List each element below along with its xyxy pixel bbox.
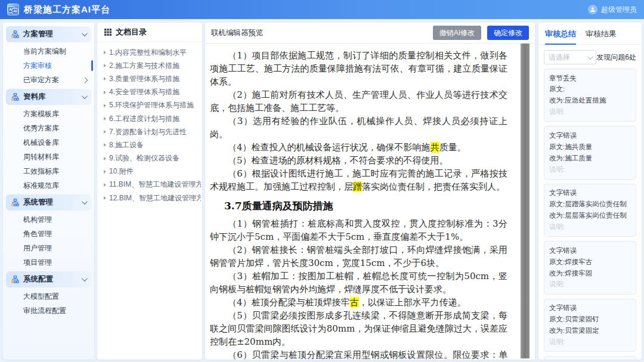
sidebar-group-header[interactable]: 系统配置 <box>6 271 91 287</box>
sitemap-icon <box>11 199 19 206</box>
outline-item-label: 11.BIM、智慧工地建设管理方案 <box>109 180 201 190</box>
outline-item-label: 6.工程进度计划与措施 <box>109 114 179 124</box>
issue-type-select[interactable]: 请选择 <box>544 50 596 64</box>
outline-item[interactable]: 3.质量管理体系与措施 <box>104 72 201 85</box>
issue-card[interactable]: 章节丢失原文:改为:应急处置措施说明: <box>544 69 636 122</box>
issue-type: 文字错误 <box>549 245 631 256</box>
sidebar-item[interactable]: 大模型配置 <box>3 289 94 304</box>
outline-title: 文档目录 <box>116 27 147 38</box>
outline-item[interactable]: 8.施工设备 <box>104 138 201 151</box>
outline-item[interactable]: 10.附件 <box>104 165 201 178</box>
sidebar-item-label: 角色管理 <box>23 229 52 239</box>
outline-item-label: 4.安全管理体系与措施 <box>109 87 179 97</box>
outline-item[interactable]: 4.安全管理体系与措施 <box>104 86 201 99</box>
sidebar-item-label: 标准规范库 <box>23 181 59 191</box>
sidebar-group-header[interactable]: 方案管理 <box>6 26 91 42</box>
outline-item-label: 2.施工方案与技术措施 <box>109 61 179 71</box>
review-tabs: 审核总结 审核结果 <box>538 27 642 45</box>
chevron-right-icon <box>82 77 88 83</box>
confirm-changes-button[interactable]: 确定修改 <box>487 26 529 40</box>
sidebar-group-label: 系统管理 <box>23 197 78 208</box>
issue-type: 章节丢失 <box>549 73 631 84</box>
document-scrollbar[interactable] <box>521 44 530 358</box>
issue-revised: 改为:层层落实岗位责任制 <box>549 211 631 222</box>
chevron-down-icon <box>82 199 88 205</box>
issue-card[interactable]: 文字错误原文:上级单味改为:上级单位说明: <box>544 356 636 360</box>
triangle-right-icon <box>104 170 106 174</box>
sidebar-item-label: 项目管理 <box>23 258 52 268</box>
sidebar-item[interactable]: 角色管理 <box>3 227 94 241</box>
sidebar-group-header[interactable]: 资料库 <box>6 89 91 105</box>
triangle-right-icon <box>104 143 106 147</box>
outline-list: 1.内容完整性和编制水平2.施工方案与技术措施3.质量管理体系与措施4.安全管理… <box>97 42 202 205</box>
review-filter-row: 请选择 发现问题6处 <box>544 50 636 64</box>
document-paragraph: （4）检查投入的机械设备运行状况，确保不影响施共质量。 <box>210 141 507 154</box>
sidebar-item[interactable]: 用户管理 <box>3 241 94 255</box>
outline-item[interactable]: 7.资源配备计划与先进性 <box>104 125 201 138</box>
user-menu[interactable]: 超级管理员 <box>588 5 637 15</box>
sidebar-item-label: 方案审核 <box>23 61 52 71</box>
sidebar-group-header[interactable]: 系统管理 <box>6 194 91 211</box>
logo-ai-label: AI <box>12 8 18 14</box>
sidebar-item[interactable]: 标准规范库 <box>3 178 94 193</box>
outline-item-label: 12.BIM、智慧工地建设管理方案 <box>109 193 201 203</box>
editor-panel: 联机编辑器预览 撤销AI修改 确定修改 （1）项目部依据施工规范，制订了详细的质… <box>205 23 535 360</box>
sidebar-item[interactable]: 机构管理 <box>3 212 94 227</box>
document-paragraph: （2）钢管桩接长：钢管桩端头全部打坡口，环向焊缝焊接饱满，采用钢管管片加焊，管片… <box>210 243 507 270</box>
sidebar-item-label: 方案模板库 <box>23 109 59 119</box>
issue-type: 文字错误 <box>549 303 631 314</box>
sidebar-item[interactable]: 方案模板库 <box>3 107 94 121</box>
triangle-right-icon <box>104 130 106 134</box>
sidebar-item[interactable]: 项目管理 <box>3 255 94 270</box>
undo-ai-changes-button[interactable]: 撤销AI修改 <box>433 26 481 40</box>
issue-revised: 改为:施工质量 <box>549 153 631 164</box>
document-paragraph: （5）贝雷梁必须按图形成多孔连续梁，不得随意断开形成简支梁，每联之间贝雷梁间隙图… <box>210 309 507 348</box>
outline-item[interactable]: 6.工程进度计划与措施 <box>104 112 201 125</box>
issue-card[interactable]: 文字错误原文:贝雷梁固钉改为:贝雷梁固定说明: <box>544 299 636 352</box>
sitemap-icon <box>11 93 19 101</box>
issue-type: 文字错误 <box>549 188 631 199</box>
outline-header: 文档目录 <box>97 23 202 42</box>
outline-item[interactable]: 9.试验、检测仪器设备 <box>104 152 201 165</box>
chevron-down-icon <box>82 276 88 281</box>
issue-revised: 改为:焊接牢固 <box>549 268 631 279</box>
outline-item[interactable]: 12.BIM、智慧工地建设管理方案 <box>104 191 201 205</box>
sidebar-item[interactable]: 周转材料库 <box>3 150 94 164</box>
sidebar-item[interactable]: 机械设备库 <box>3 135 94 150</box>
sidebar-item-label: 当前方案编制 <box>23 47 66 57</box>
tab-review-result[interactable]: 审核结果 <box>586 29 617 44</box>
tab-review-summary[interactable]: 审核总结 <box>545 29 576 45</box>
triangle-right-icon <box>104 51 106 54</box>
outline-item[interactable]: 2.施工方案与技术措施 <box>104 59 201 72</box>
triangle-right-icon <box>104 183 106 187</box>
app-title: 桥梁施工方案AI平台 <box>24 4 110 16</box>
issue-card[interactable]: 文字错误原文:施共质量改为:施工质量说明: <box>544 126 636 179</box>
sidebar-item-label: 机械设备库 <box>23 138 59 148</box>
editor-title: 联机编辑器预览 <box>211 28 264 38</box>
sidebar-item[interactable]: 优秀方案库 <box>3 121 94 135</box>
chevron-down-icon <box>82 93 88 99</box>
issue-note: 说明: <box>549 279 631 290</box>
sidebar-item[interactable]: 审批流程配置 <box>3 304 94 318</box>
outline-item[interactable]: 1.内容完整性和编制水平 <box>104 46 201 59</box>
sidebar-item[interactable]: 方案审核 <box>3 58 94 73</box>
triangle-right-icon <box>104 91 106 94</box>
triangle-right-icon <box>104 196 106 200</box>
sidebar-item[interactable]: 已审定方案 <box>3 73 94 87</box>
sidebar-item-label: 用户管理 <box>23 243 52 253</box>
sidebar-item-label: 大模型配置 <box>23 292 59 302</box>
outline-item[interactable]: 11.BIM、智慧工地建设管理方案 <box>104 178 201 191</box>
sidebar-group-label: 方案管理 <box>23 29 78 39</box>
document-paragraph: （3）桩帽加工：按图加工桩帽，桩帽总长度可统一控制为50cm，竖向钢板与桩帽短钢… <box>210 270 507 296</box>
document-paragraph: （1）钢管桩插打：桩底标高和贯入度双控，贯入度控制标准为：3分钟下沉小于5cm，… <box>210 217 507 243</box>
outline-item-label: 3.质量管理体系与措施 <box>109 74 179 84</box>
review-panel: 审核总结 审核结果 请选择 发现问题6处 章节丢失原文:改为:应急处置措施说明:… <box>538 23 642 360</box>
issues-found-count: 发现问题6处 <box>596 52 636 63</box>
issue-card[interactable]: 文字错误原文:焊接牢古改为:焊接牢固说明: <box>544 241 636 294</box>
highlighted-error-text: 共 <box>431 142 439 153</box>
outline-item[interactable]: 5.环境保护管理体系与措施 <box>104 99 201 112</box>
issue-card[interactable]: 文字错误原文:层蹭落实岗位责任制改为:层层落实岗位责任制说明: <box>544 184 636 237</box>
sidebar-item[interactable]: 工效指标库 <box>3 164 94 178</box>
sidebar-item[interactable]: 当前方案编制 <box>3 44 94 58</box>
outline-item-label: 8.施工设备 <box>109 140 144 150</box>
